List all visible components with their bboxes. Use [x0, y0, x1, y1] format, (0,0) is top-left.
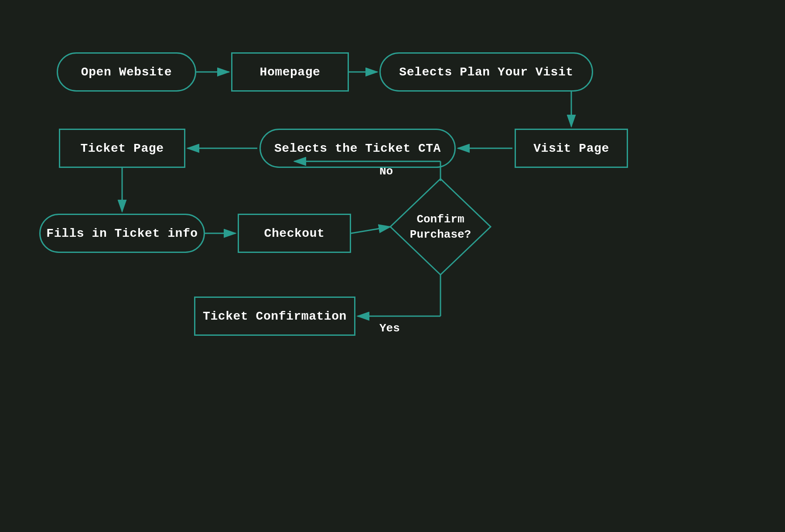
confirm-purchase-line1: Confirm	[416, 213, 464, 226]
visit-page-node: Visit Page	[515, 129, 628, 168]
ticket-confirmation-node: Ticket Confirmation	[194, 297, 355, 336]
yes-label: Yes	[379, 322, 400, 335]
ticket-page-node: Ticket Page	[59, 129, 185, 168]
svg-marker-13	[390, 179, 491, 275]
confirm-purchase-line2: Purchase?	[410, 228, 471, 241]
homepage-node: Homepage	[231, 52, 349, 92]
fills-ticket-info-node: Fills in Ticket info	[39, 214, 205, 253]
open-website-node: Open Website	[57, 52, 196, 92]
selects-ticket-cta-node: Selects the Ticket CTA	[259, 129, 456, 168]
svg-line-8	[351, 227, 390, 233]
selects-plan-node: Selects Plan Your Visit	[379, 52, 593, 92]
flowchart-diagram: No Yes Confirm Purchase? Open Website Ho…	[0, 0, 785, 532]
checkout-node: Checkout	[238, 214, 351, 253]
